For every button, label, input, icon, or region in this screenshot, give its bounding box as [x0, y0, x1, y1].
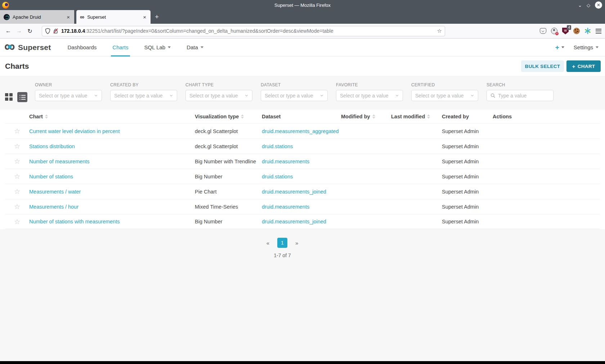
- chart-name-cell: Measurements / hour: [29, 204, 195, 210]
- new-tab-button[interactable]: +: [151, 10, 163, 24]
- url-bar[interactable]: 172.18.0.4:32251/chart/list/?pageIndex=0…: [42, 26, 445, 36]
- window-maximize-icon[interactable]: ◇: [587, 3, 590, 8]
- favorite-star-icon[interactable]: ☆: [14, 173, 20, 180]
- window-close-icon[interactable]: ✕: [595, 1, 602, 9]
- table-row: ☆Measurements / waterPie Chartdruid.meas…: [5, 184, 600, 199]
- chevron-down-icon: [94, 92, 98, 99]
- favorite-star-icon[interactable]: ☆: [14, 158, 20, 165]
- pocket-icon[interactable]: [540, 28, 546, 34]
- favorite-star-icon[interactable]: ☆: [14, 218, 20, 226]
- tab-close-icon[interactable]: ×: [142, 14, 148, 20]
- back-button[interactable]: ←: [3, 28, 14, 34]
- filter-label: CERTIFIED: [411, 82, 478, 87]
- pagination-next-icon[interactable]: »: [295, 240, 298, 246]
- superset-favicon-icon: ∞: [80, 14, 84, 20]
- account-blocked-icon[interactable]: [551, 28, 557, 34]
- filter-bar: OWNERSelect or type a valueCREATED BYSel…: [0, 76, 605, 110]
- chart-link[interactable]: Current water level deviation in percent: [29, 128, 120, 134]
- chart-link[interactable]: Measurements / water: [29, 189, 81, 195]
- add-chart-button[interactable]: +CHART: [566, 60, 601, 72]
- favorite-star-icon[interactable]: ☆: [14, 203, 20, 210]
- chevron-down-icon: [561, 46, 564, 48]
- nav-item-dashboards[interactable]: Dashboards: [61, 38, 103, 56]
- chevron-down-icon: [169, 92, 173, 99]
- insecure-lock-icon[interactable]: [53, 28, 58, 34]
- chart-link[interactable]: Number of measurements: [29, 159, 90, 164]
- pagination-prev-icon[interactable]: «: [266, 240, 269, 246]
- screen-bottom-strip: [0, 361, 605, 364]
- settings-menu[interactable]: Settings: [574, 44, 599, 50]
- browser-toolbar: ← → ↻ 172.18.0.4:32251/chart/list/?pageI…: [0, 24, 605, 38]
- chart-name-cell: Number of stations with measurements: [29, 219, 195, 224]
- chart-name-cell: Measurements / water: [29, 189, 195, 195]
- dataset-link[interactable]: druid.stations: [262, 174, 293, 179]
- card-view-icon[interactable]: [5, 93, 13, 101]
- chart-name-cell: Number of measurements: [29, 159, 195, 164]
- superset-brand[interactable]: ∞ Superset: [4, 43, 51, 52]
- header-visualization-type[interactable]: Visualization type: [195, 114, 262, 119]
- nav-item-data[interactable]: Data: [180, 38, 210, 56]
- chevron-down-icon: [395, 92, 399, 99]
- select-placeholder: Select or type a value: [39, 93, 94, 99]
- dataset-link[interactable]: druid.measurements: [262, 159, 309, 164]
- bookmark-star-icon[interactable]: ☆: [437, 28, 442, 34]
- search-input[interactable]: [498, 93, 550, 99]
- table-row: ☆Current water level deviation in percen…: [5, 123, 600, 138]
- search-box[interactable]: [487, 90, 554, 101]
- favorite-cell: ☆: [5, 157, 29, 165]
- favorite-cell: ☆: [5, 203, 29, 211]
- dataset-link[interactable]: druid.measurements: [262, 204, 309, 210]
- header-last-modified[interactable]: Last modified: [391, 114, 442, 119]
- chart-link[interactable]: Stations distribution: [29, 144, 75, 149]
- tab-close-icon[interactable]: ×: [65, 14, 71, 20]
- dataset-cell: druid.measurements_joined: [262, 189, 341, 195]
- filter-favorite-select[interactable]: Select or type a value: [336, 90, 403, 101]
- tab-apache-druid[interactable]: Apache Druid ×: [0, 10, 74, 24]
- main-nav: Dashboards Charts SQL Lab Data: [61, 38, 210, 56]
- favorite-star-icon[interactable]: ☆: [14, 127, 20, 135]
- tab-superset[interactable]: ∞ Superset ×: [76, 10, 151, 24]
- filter-certified-select[interactable]: Select or type a value: [411, 90, 478, 101]
- cookie-extension-icon[interactable]: [573, 28, 580, 34]
- dataset-link[interactable]: druid.measurements_joined: [262, 219, 326, 224]
- pagination-page-1[interactable]: 1: [277, 238, 287, 248]
- header-modified-by[interactable]: Modified by: [341, 114, 391, 119]
- chart-link[interactable]: Number of stations: [29, 174, 73, 179]
- nav-item-charts[interactable]: Charts: [106, 38, 135, 56]
- viz-type-cell: Big Number: [195, 219, 262, 224]
- nav-item-sql-lab[interactable]: SQL Lab: [138, 38, 178, 56]
- chart-link[interactable]: Measurements / hour: [29, 204, 79, 210]
- dataset-cell: druid.measurements_aggregated: [262, 128, 341, 134]
- menu-icon[interactable]: [596, 29, 601, 33]
- created-by-cell: Superset Admin: [442, 128, 493, 134]
- dataset-link[interactable]: druid.measurements_joined: [262, 189, 326, 195]
- chart-link[interactable]: Number of stations with measurements: [29, 219, 120, 224]
- dataset-link[interactable]: druid.stations: [262, 144, 293, 149]
- filter-owner-select[interactable]: Select or type a value: [35, 90, 102, 101]
- filter-dataset-select[interactable]: Select or type a value: [261, 90, 328, 101]
- chevron-down-icon: [201, 46, 203, 48]
- chevron-down-icon: [470, 92, 474, 99]
- asterisk-extension-icon[interactable]: [584, 28, 591, 34]
- dataset-link[interactable]: druid.measurements_aggregated: [262, 128, 339, 134]
- brand-name: Superset: [18, 43, 51, 52]
- viz-type-cell: deck.gl Scatterplot: [195, 144, 262, 149]
- favorite-star-icon[interactable]: ☆: [14, 188, 20, 195]
- tracking-protection-shield-icon[interactable]: [45, 28, 50, 34]
- reload-button[interactable]: ↻: [24, 28, 35, 35]
- header-chart[interactable]: Chart: [29, 114, 195, 119]
- window-title: Superset — Mozilla Firefox: [0, 3, 605, 8]
- favorite-star-icon[interactable]: ☆: [14, 142, 20, 150]
- filter-chart-type-select[interactable]: Select or type a value: [185, 90, 252, 101]
- add-new-menu[interactable]: +: [555, 44, 564, 51]
- chevron-down-icon: [320, 92, 324, 99]
- list-view-icon[interactable]: [17, 92, 27, 102]
- extension-shield-wrap[interactable]: w 4: [562, 28, 569, 35]
- bulk-select-button[interactable]: BULK SELECT: [521, 60, 564, 72]
- header-label: Dataset: [262, 114, 281, 119]
- url-text[interactable]: 172.18.0.4:32251/chart/list/?pageIndex=0…: [61, 28, 435, 34]
- filter-label: SEARCH: [487, 82, 554, 87]
- header-label: Modified by: [341, 114, 370, 119]
- filter-created-by-select[interactable]: Select or type a value: [110, 90, 177, 101]
- window-minimize-icon[interactable]: ⌄: [578, 3, 582, 8]
